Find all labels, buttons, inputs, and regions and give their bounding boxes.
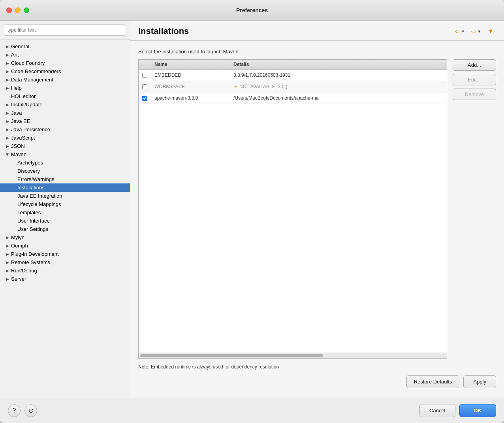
tree-arrow-icon xyxy=(11,202,17,207)
tree-arrow-icon xyxy=(5,94,10,99)
panel-body: Select the installation used to launch M… xyxy=(130,41,504,398)
sidebar-item-java-ee-integration[interactable]: Java EE Integration xyxy=(0,192,130,200)
tree-arrow-icon: ▶ xyxy=(5,144,10,149)
menu-nav-button[interactable]: ▼ xyxy=(485,26,496,36)
table-header: Name Details xyxy=(139,60,447,70)
back-nav-button[interactable]: ⇦ ▼ xyxy=(453,26,467,36)
tree-arrow-icon xyxy=(11,185,17,191)
sidebar-item-label: Code Recommenders xyxy=(11,68,61,74)
sidebar-item-oomph[interactable]: ▶Oomph xyxy=(0,242,130,250)
sidebar-item-java-persistence[interactable]: ▶Java Persistence xyxy=(0,125,130,134)
sidebar-item-label: Plug-in Development xyxy=(11,251,59,257)
sidebar-item-general[interactable]: ▶General xyxy=(0,42,130,51)
note-text: Note: Embedded runtime is always used fo… xyxy=(138,363,496,370)
sidebar-item-user-settings[interactable]: User Settings xyxy=(0,225,130,233)
sidebar-item-label: Installations xyxy=(17,185,45,191)
forward-arrow-icon: ⇨ xyxy=(471,28,476,35)
row-checkbox[interactable] xyxy=(142,96,147,101)
tree-arrow-icon: ▶ xyxy=(5,110,10,116)
search-input[interactable] xyxy=(4,25,126,36)
tree-arrow-icon: ▶ xyxy=(5,69,10,74)
minimize-button[interactable] xyxy=(15,8,21,13)
tree-arrow-icon: ▶ xyxy=(5,135,10,141)
sidebar-item-label: General xyxy=(11,43,29,49)
sidebar-item-cloud-foundry[interactable]: ▶Cloud Foundry xyxy=(0,59,130,67)
sidebar-item-discovery[interactable]: Discovery xyxy=(0,167,130,175)
table-row[interactable]: EMBEDDED3.3.9/1.7.0.20160603-1931 xyxy=(139,70,447,81)
sidebar-item-lifecycle-mappings[interactable]: Lifecycle Mappings xyxy=(0,200,130,208)
tree-arrow-icon: ▶ xyxy=(5,268,10,274)
tree-arrow-icon: ▶ xyxy=(5,52,10,58)
forward-nav-button[interactable]: ⇨ ▼ xyxy=(469,26,483,36)
tree-arrow-icon xyxy=(11,168,17,174)
sidebar-item-server[interactable]: ▶Server xyxy=(0,275,130,283)
sidebar-item-java-ee[interactable]: ▶Java EE xyxy=(0,117,130,125)
tree-arrow-icon: ▶ xyxy=(5,60,10,66)
sidebar-item-mylyn[interactable]: ▶Mylyn xyxy=(0,233,130,242)
sidebar-item-templates[interactable]: Templates xyxy=(0,208,130,217)
sidebar-item-archetypes[interactable]: Archetypes xyxy=(0,159,130,167)
sidebar-item-errors-warnings[interactable]: Errors/Warnings xyxy=(0,175,130,183)
sidebar-item-data-management[interactable]: ▶Data Management xyxy=(0,76,130,84)
remove-button[interactable]: Remove xyxy=(453,89,496,100)
apply-button[interactable]: Apply xyxy=(463,375,496,388)
sidebar-item-ant[interactable]: ▶Ant xyxy=(0,51,130,59)
sidebar-item-json[interactable]: ▶JSON xyxy=(0,142,130,150)
sidebar-item-code-recommenders[interactable]: ▶Code Recommenders xyxy=(0,67,130,76)
sidebar-item-label: User Interface xyxy=(17,218,50,224)
sidebar-item-run-debug[interactable]: ▶Run/Debug xyxy=(0,266,130,275)
settings-icon: ⊙ xyxy=(28,407,34,414)
row-checkbox-cell xyxy=(139,93,151,104)
row-checkbox-cell xyxy=(139,70,151,81)
restore-defaults-button[interactable]: Restore Defaults xyxy=(406,375,460,388)
cancel-button[interactable]: Cancel xyxy=(419,404,455,417)
row-name: apache-maven-3.3.9 xyxy=(151,94,230,102)
tree-arrow-icon xyxy=(11,177,17,182)
sidebar-item-label: JavaScript xyxy=(11,135,35,141)
scrollbar-thumb[interactable] xyxy=(140,354,323,357)
row-checkbox[interactable] xyxy=(142,73,147,78)
table-row[interactable]: WORKSPACE⚠NOT AVAILABLE [3.0,) xyxy=(139,81,447,93)
tree-arrow-icon: ▶ xyxy=(5,119,10,124)
sidebar-item-remote-systems[interactable]: ▶Remote Systems xyxy=(0,258,130,266)
maximize-button[interactable] xyxy=(24,8,29,13)
sidebar-item-hql-editor[interactable]: HQL editor xyxy=(0,92,130,100)
side-buttons: Add... Edit... Remove xyxy=(453,59,496,359)
sidebar-item-plugin-development[interactable]: ▶Plug-in Development xyxy=(0,250,130,258)
sidebar-item-user-interface[interactable]: User Interface xyxy=(0,217,130,225)
edit-button[interactable]: Edit... xyxy=(453,74,496,85)
add-button[interactable]: Add... xyxy=(453,59,496,71)
sidebar-item-help[interactable]: ▶Help xyxy=(0,84,130,92)
sidebar-item-installations[interactable]: Installations xyxy=(0,183,130,192)
sidebar-item-label: Java EE xyxy=(11,118,30,124)
sidebar-item-label: JSON xyxy=(11,143,25,149)
tree-arrow-icon: ▶ xyxy=(5,44,10,49)
row-checkbox[interactable] xyxy=(142,84,147,89)
settings-button[interactable]: ⊙ xyxy=(24,404,37,417)
sidebar-item-maven[interactable]: ▶Maven xyxy=(0,150,130,159)
tree-arrow-icon: ▶ xyxy=(5,251,10,257)
col-header-name: Name xyxy=(151,60,230,69)
warning-icon: ⚠ xyxy=(233,84,238,89)
tree-arrow-icon xyxy=(11,193,17,199)
panel-description: Select the installation used to launch M… xyxy=(138,49,496,55)
tree-arrow-icon: ▶ xyxy=(5,85,10,91)
table-row[interactable]: apache-maven-3.3.9/Users/MacBook/Documen… xyxy=(139,93,447,104)
horizontal-scrollbar[interactable] xyxy=(139,353,447,358)
tree-arrow-icon: ▶ xyxy=(5,77,10,83)
sidebar-item-label: Java Persistence xyxy=(11,127,50,132)
sidebar-tree: ▶General▶Ant▶Cloud Foundry▶Code Recommen… xyxy=(0,40,130,398)
sidebar-item-java[interactable]: ▶Java xyxy=(0,109,130,117)
sidebar-item-label: Java xyxy=(11,110,22,116)
sidebar-item-label: Data Management xyxy=(11,77,53,83)
ok-button[interactable]: OK xyxy=(459,404,496,417)
tree-arrow-icon xyxy=(11,227,17,232)
installations-area: Name Details EMBEDDED3.3.9/1.7.0.2016060… xyxy=(138,59,496,359)
sidebar-item-install-update[interactable]: ▶Install/Update xyxy=(0,100,130,109)
close-button[interactable] xyxy=(6,8,12,13)
forward-chevron-icon: ▼ xyxy=(477,29,481,34)
help-button[interactable]: ? xyxy=(8,404,21,417)
sidebar-item-javascript[interactable]: ▶JavaScript xyxy=(0,134,130,142)
sidebar-item-label: Java EE Integration xyxy=(17,193,62,199)
sidebar-item-label: Run/Debug xyxy=(11,268,37,274)
